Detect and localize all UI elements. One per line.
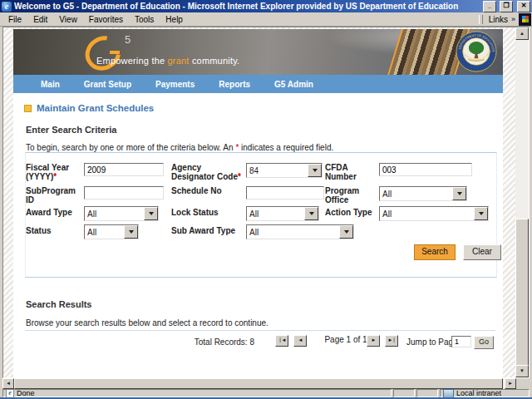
scroll-down-icon[interactable]: ▼ [515,365,529,377]
program-office-label: Program Office [325,186,368,204]
agency-designator-label: Agency Designator Code* [171,163,246,181]
status-label: Status [26,226,52,235]
nav-payments[interactable]: Payments [155,80,195,89]
dropdown-arrow-icon[interactable] [452,187,466,200]
lock-status-label: Lock Status [171,208,219,217]
close-button[interactable]: ✕ [517,1,530,12]
status-text: Done [17,389,35,397]
award-type-select[interactable]: All [84,206,159,221]
subprogram-id-label: SubProgram ID [26,186,79,204]
nav-main[interactable]: Main [41,80,60,89]
window-title: Welcome to G5 - Department of Education … [14,2,480,11]
search-button[interactable]: Search [414,244,456,260]
results-heading: Search Results [26,299,91,309]
lock-status-select[interactable]: All [246,206,319,221]
schedule-no-input[interactable] [246,186,324,200]
bullet-icon [24,105,32,112]
page-title: Maintain Grant Schedules [24,103,154,113]
go-button[interactable]: Go [474,336,494,349]
nav-grant-setup[interactable]: Grant Setup [84,80,131,89]
subprogram-id-input[interactable] [84,186,164,200]
dropdown-arrow-icon[interactable] [304,207,318,220]
clear-button[interactable]: Clear [463,244,501,260]
g5-logo-number: 5 [125,33,131,46]
dropdown-arrow-icon[interactable] [144,207,158,220]
prev-page-button[interactable]: ◄ [293,335,307,347]
status-bar: eDone Local intranet [2,389,530,397]
fiscal-year-input[interactable] [84,163,164,176]
menu-bar: File Edit View Favorites Tools Help Link… [0,12,532,27]
cfda-number-label: CFDA Number [325,163,368,181]
scroll-up-icon[interactable]: ▲ [515,27,529,40]
results-instructions: Browse your search results below and sel… [26,318,268,328]
vertical-scrollbar[interactable]: ▲ ▼ [515,27,529,377]
sub-award-type-select[interactable]: All [246,224,354,239]
status-select[interactable]: All [84,224,139,239]
program-office-select[interactable]: All [379,186,467,201]
page-content: 5 Empowering the grant community. DEPART… [13,29,503,377]
criteria-heading: Enter Search Criteria [26,125,116,135]
dept-of-education-seal-icon: DEPARTMENT OF EDUCATION UNITED STATES OF… [456,31,497,72]
scrollbar-corner [516,378,530,389]
g5-banner: 5 Empowering the grant community. DEPART… [13,29,503,75]
zone-text: Local intranet [456,389,501,397]
criteria-instructions: To begin, search by one or more of the c… [26,143,333,152]
g5-logo-icon [79,29,128,75]
title-bar: e Welcome to G5 - Department of Educatio… [0,0,532,12]
first-page-button[interactable]: ❘◄ [275,335,288,347]
main-nav: Main Grant Setup Payments Reports G5 Adm… [13,75,503,93]
schedule-no-label: Schedule No [171,186,246,195]
status-pane [416,389,438,397]
windows-logo-icon [519,13,531,26]
nav-g5-admin[interactable]: G5 Admin [274,80,313,89]
dropdown-arrow-icon[interactable] [308,164,322,177]
menu-tools[interactable]: Tools [129,14,160,25]
dropdown-arrow-icon[interactable] [474,207,488,220]
page-done-icon: e [6,389,14,398]
ie-icon: e [2,2,12,12]
banner-tagline: Empowering the grant community. [96,56,239,66]
page-viewport: 5 Empowering the grant community. DEPART… [2,27,530,378]
toolbar-grip[interactable] [479,15,483,24]
chevron-expand-icon[interactable]: » [510,15,519,23]
jump-to-page-label: Jump to Page [406,337,458,347]
agency-designator-select[interactable]: 84 [246,163,323,178]
fiscal-year-label: Fiscal Year (YYYY)* [26,163,86,181]
horizontal-scrollbar[interactable]: ◄ ► [2,378,516,389]
status-pane [393,389,415,397]
last-page-button[interactable]: ►❘ [385,335,398,347]
action-type-label: Action Type [325,208,372,217]
scroll-left-icon[interactable]: ◄ [2,378,14,389]
action-type-select[interactable]: All [379,206,489,221]
minimize-button[interactable]: _ [483,1,496,12]
next-page-button[interactable]: ► [367,335,380,347]
horizontal-scrollbar-thumb[interactable] [14,378,503,389]
restore-button[interactable]: ❐ [500,1,513,12]
browser-window: e Welcome to G5 - Department of Educatio… [0,0,532,399]
cfda-number-input[interactable] [379,163,472,176]
menu-edit[interactable]: Edit [27,14,53,25]
scroll-right-icon[interactable]: ► [505,378,516,389]
sub-award-type-label: Sub Award Type [171,226,235,235]
menu-view[interactable]: View [53,14,83,25]
menu-file[interactable]: File [2,14,27,25]
menu-favorites[interactable]: Favorites [83,14,129,25]
total-records: Total Records: 8 [138,337,254,347]
vertical-scrollbar-thumb[interactable] [515,219,529,367]
links-toolbar[interactable]: Links [485,15,510,24]
intranet-zone-icon [443,389,454,398]
jump-to-page-input[interactable] [451,336,471,347]
nav-reports[interactable]: Reports [219,80,250,89]
dropdown-arrow-icon[interactable] [339,225,353,239]
award-type-label: Award Type [26,208,72,217]
dropdown-arrow-icon[interactable] [124,225,138,239]
menu-help[interactable]: Help [160,14,189,25]
